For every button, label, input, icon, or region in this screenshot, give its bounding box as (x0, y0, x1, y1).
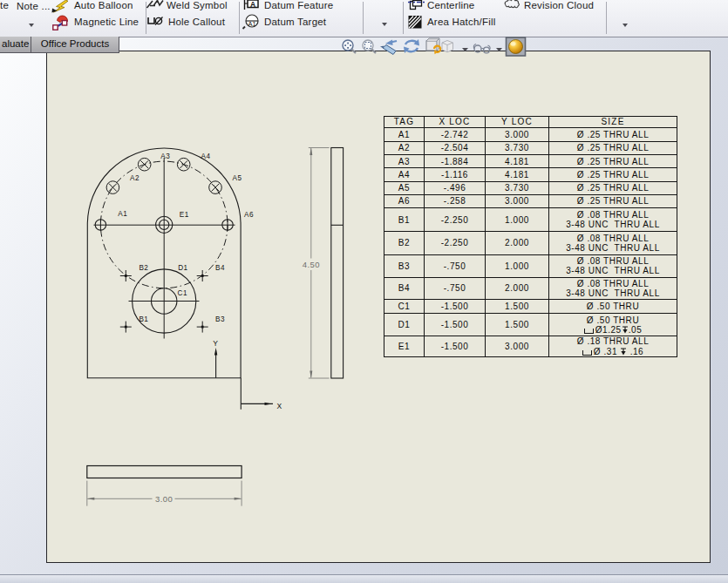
svg-text:A3: A3 (160, 153, 170, 160)
svg-text:4.50: 4.50 (303, 260, 320, 269)
svg-text:A1: A1 (118, 210, 127, 218)
svg-text:B3: B3 (215, 315, 225, 323)
svg-text:X: X (277, 402, 282, 410)
svg-text:B1: B1 (139, 315, 148, 323)
svg-text:C1: C1 (178, 289, 187, 297)
svg-text:B4: B4 (215, 264, 225, 272)
svg-text:E1: E1 (180, 211, 189, 219)
svg-text:A4: A4 (201, 153, 211, 160)
svg-text:A5: A5 (233, 174, 242, 182)
svg-text:Y: Y (213, 339, 218, 348)
svg-text:3.00: 3.00 (155, 494, 173, 504)
svg-text:D1: D1 (178, 264, 187, 272)
svg-text:A6: A6 (244, 211, 254, 219)
svg-text:A2: A2 (130, 174, 139, 182)
svg-text:B2: B2 (139, 264, 148, 272)
